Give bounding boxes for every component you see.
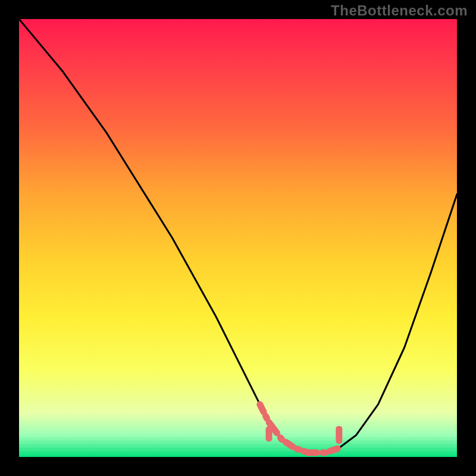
optimal-highlight [260,405,343,453]
svg-rect-1 [336,426,342,444]
chart-root: TheBottleneck.com [0,0,476,476]
plot-background [19,19,457,457]
curve-layer [19,19,457,457]
svg-rect-0 [266,426,273,441]
bottleneck-curve [19,19,457,453]
watermark-text: TheBottleneck.com [331,2,468,19]
